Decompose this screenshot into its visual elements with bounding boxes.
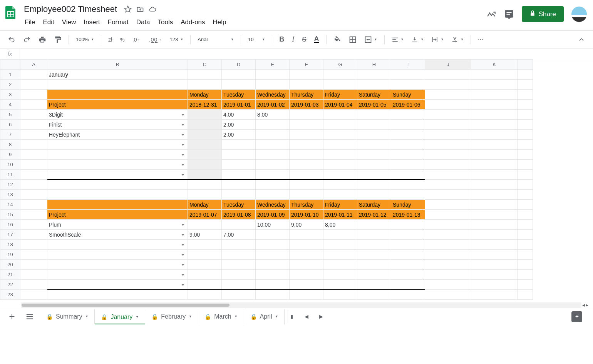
document-title[interactable]: Employee002 Timesheet bbox=[22, 3, 119, 15]
cell-F3[interactable]: Thursday bbox=[290, 90, 323, 100]
cell-J1[interactable] bbox=[425, 70, 471, 80]
cell-A15[interactable] bbox=[20, 210, 47, 220]
more-tools-button[interactable]: ⋯ bbox=[475, 34, 486, 45]
cell-C8[interactable] bbox=[188, 140, 222, 150]
cell-C14[interactable]: Monday bbox=[188, 200, 222, 210]
cell-K23[interactable] bbox=[471, 290, 518, 300]
cell-E23[interactable] bbox=[256, 290, 290, 300]
cell-E10[interactable] bbox=[256, 160, 290, 170]
cell-E5[interactable]: 8,00 bbox=[256, 110, 290, 120]
cell-G15[interactable]: 2019-01-11 bbox=[323, 210, 357, 220]
cell-B9[interactable] bbox=[47, 150, 188, 160]
undo-button[interactable] bbox=[5, 33, 18, 46]
v-align-button[interactable]: ▼ bbox=[408, 35, 427, 45]
cell-F19[interactable] bbox=[290, 250, 323, 260]
currency-button[interactable]: zł bbox=[105, 34, 115, 45]
cell-B21[interactable] bbox=[47, 270, 188, 280]
cell-G9[interactable] bbox=[323, 150, 357, 160]
row-header-7[interactable]: 7 bbox=[0, 130, 20, 140]
decrease-decimal-button[interactable]: .0← bbox=[129, 34, 144, 45]
cell-F11[interactable] bbox=[290, 170, 323, 180]
cell-I7[interactable] bbox=[391, 130, 425, 140]
cell-J20[interactable] bbox=[425, 260, 471, 270]
cell-I17[interactable] bbox=[391, 230, 425, 240]
sheet-tab-january[interactable]: 🔒January▼ bbox=[95, 309, 145, 324]
cell-B6[interactable]: Finist bbox=[47, 120, 188, 130]
cell-F21[interactable] bbox=[290, 270, 323, 280]
cell-E12[interactable] bbox=[256, 180, 290, 190]
cell-I6[interactable] bbox=[391, 120, 425, 130]
borders-button[interactable] bbox=[346, 33, 360, 46]
cell-C4[interactable]: 2018-12-31 bbox=[188, 100, 222, 110]
cell-J14[interactable] bbox=[425, 200, 471, 210]
cell-J23[interactable] bbox=[425, 290, 471, 300]
cell-H15[interactable]: 2019-01-12 bbox=[357, 210, 391, 220]
cell-B8[interactable] bbox=[47, 140, 188, 150]
row-header-21[interactable]: 21 bbox=[0, 270, 20, 280]
cell-J19[interactable] bbox=[425, 250, 471, 260]
cell-F13[interactable] bbox=[290, 190, 323, 200]
col-header-H[interactable]: H bbox=[357, 60, 391, 70]
cell-E7[interactable] bbox=[256, 130, 290, 140]
row-header-23[interactable]: 23 bbox=[0, 290, 20, 300]
cell-C15[interactable]: 2019-01-07 bbox=[188, 210, 222, 220]
cell-F12[interactable] bbox=[290, 180, 323, 190]
cell-J3[interactable] bbox=[425, 90, 471, 100]
cell-F4[interactable]: 2019-01-03 bbox=[290, 100, 323, 110]
row-header-13[interactable]: 13 bbox=[0, 190, 20, 200]
cell-G17[interactable] bbox=[323, 230, 357, 240]
cell-K11[interactable] bbox=[471, 170, 518, 180]
cell-H16[interactable] bbox=[357, 220, 391, 230]
cell-B1[interactable]: January bbox=[47, 70, 188, 80]
cell-K2[interactable] bbox=[471, 80, 518, 90]
cell-C9[interactable] bbox=[188, 150, 222, 160]
col-header-D[interactable]: D bbox=[222, 60, 256, 70]
tab-nav-right[interactable]: ▶ bbox=[316, 311, 326, 322]
cell-D22[interactable] bbox=[222, 280, 256, 290]
cell-K20[interactable] bbox=[471, 260, 518, 270]
cell-B14[interactable] bbox=[47, 200, 188, 210]
sheet-tab-april[interactable]: 🔒April▼ bbox=[244, 309, 285, 324]
cell-J2[interactable] bbox=[425, 80, 471, 90]
menu-tools[interactable]: Tools bbox=[155, 17, 176, 28]
cell-K16[interactable] bbox=[471, 220, 518, 230]
cell-A17[interactable] bbox=[20, 230, 47, 240]
merge-cells-button[interactable]: ▼ bbox=[361, 34, 380, 45]
cell-J17[interactable] bbox=[425, 230, 471, 240]
italic-button[interactable]: I bbox=[289, 33, 297, 46]
cell-F7[interactable] bbox=[290, 130, 323, 140]
cloud-status-icon[interactable] bbox=[149, 5, 156, 13]
cell-G5[interactable] bbox=[323, 110, 357, 120]
cell-H21[interactable] bbox=[357, 270, 391, 280]
cell-D1[interactable] bbox=[222, 70, 256, 80]
cell-E13[interactable] bbox=[256, 190, 290, 200]
cell-I11[interactable] bbox=[391, 170, 425, 180]
cell-I14[interactable]: Sunday bbox=[391, 200, 425, 210]
cell-F14[interactable]: Thursday bbox=[290, 200, 323, 210]
cell-D14[interactable]: Tuesday bbox=[222, 200, 256, 210]
menu-insert[interactable]: Insert bbox=[80, 17, 103, 28]
activity-icon[interactable] bbox=[486, 9, 496, 19]
cell-H11[interactable] bbox=[357, 170, 391, 180]
zoom-select[interactable]: 100%▼ bbox=[73, 35, 97, 44]
cell-H7[interactable] bbox=[357, 130, 391, 140]
cell-H9[interactable] bbox=[357, 150, 391, 160]
bold-button[interactable]: B bbox=[276, 33, 287, 46]
col-header-C[interactable]: C bbox=[188, 60, 222, 70]
cell-F5[interactable] bbox=[290, 110, 323, 120]
cell-D13[interactable] bbox=[222, 190, 256, 200]
cell-A16[interactable] bbox=[20, 220, 47, 230]
cell-G3[interactable]: Friday bbox=[323, 90, 357, 100]
cell-E4[interactable]: 2019-01-02 bbox=[256, 100, 290, 110]
cell-I15[interactable]: 2019-01-13 bbox=[391, 210, 425, 220]
cell-K18[interactable] bbox=[471, 240, 518, 250]
cell-J16[interactable] bbox=[425, 220, 471, 230]
cell-G11[interactable] bbox=[323, 170, 357, 180]
cell-C23[interactable] bbox=[188, 290, 222, 300]
select-all-cell[interactable] bbox=[0, 60, 20, 70]
cell-I4[interactable]: 2019-01-06 bbox=[391, 100, 425, 110]
cell-D7[interactable]: 2,00 bbox=[222, 130, 256, 140]
col-header-I[interactable]: I bbox=[391, 60, 425, 70]
row-header-19[interactable]: 19 bbox=[0, 250, 20, 260]
cell-H14[interactable]: Saturday bbox=[357, 200, 391, 210]
